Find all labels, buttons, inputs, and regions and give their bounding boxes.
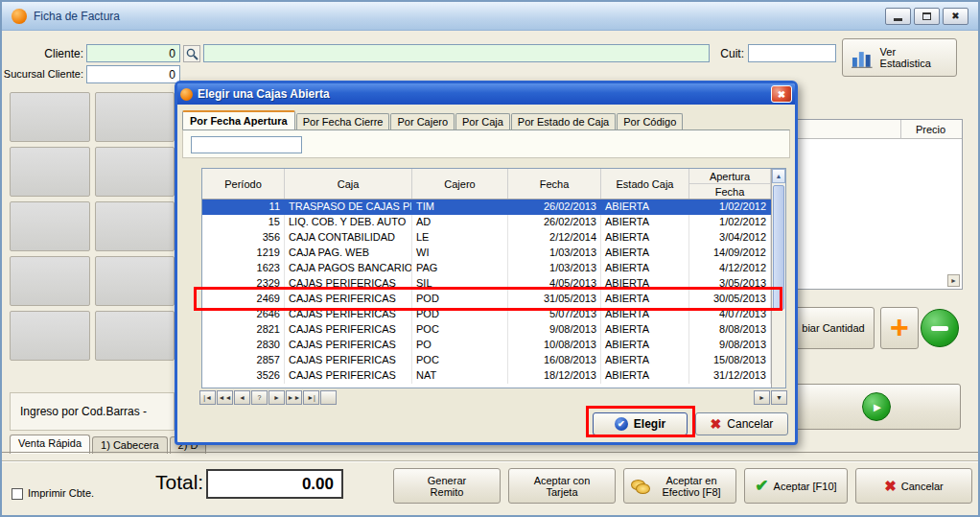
table-cell: 8/08/2013	[689, 322, 771, 338]
table-row[interactable]: 2821CAJAS PERIFERICASPOC9/08/2013ABIERTA…	[202, 322, 771, 338]
quick-item-button[interactable]	[95, 92, 175, 142]
scroll-down-button[interactable]	[771, 390, 787, 405]
footer-button-aceptar-en-efectivo-f8[interactable]: Aceptar en Efectivo [F8]	[623, 468, 736, 504]
dialog-tabs: Por Fecha AperturaPor Fecha CierrePor Ca…	[182, 109, 790, 129]
dialog-tab-por-estado-de-caja[interactable]: Por Estado de Caja	[511, 113, 616, 129]
table-cell: POC	[412, 322, 508, 338]
tab-venta-rápida[interactable]: Venta Rápida	[10, 435, 90, 454]
table-cell: ABIERTA	[601, 368, 689, 384]
quick-item-button[interactable]	[95, 201, 175, 251]
footer-button-aceptar-f10[interactable]: Aceptar [F10]	[744, 468, 848, 504]
quick-item-button[interactable]	[95, 256, 175, 306]
cuit-input[interactable]	[748, 44, 836, 62]
total-label: Total:	[155, 471, 203, 494]
table-cell: 4/05/2013	[508, 276, 601, 292]
quick-item-button[interactable]	[95, 311, 175, 361]
elegir-button[interactable]: Elegir	[593, 412, 688, 435]
scroll-right-button[interactable]	[947, 274, 960, 287]
table-cell: ABIERTA	[601, 307, 689, 322]
navigator-button[interactable]: ◄◄	[217, 390, 233, 405]
table-row[interactable]: 11TRASPASO DE CAJAS PERTIM26/02/2013ABIE…	[202, 200, 771, 215]
quick-item-button[interactable]	[10, 201, 90, 251]
quick-item-button[interactable]	[10, 311, 90, 361]
dialog-cancelar-button[interactable]: Cancelar	[695, 412, 788, 435]
green-arrow-icon	[862, 392, 891, 421]
search-button[interactable]	[183, 45, 200, 62]
table-cell: 31/12/2013	[689, 368, 771, 384]
table-cell: 15	[202, 215, 285, 230]
quick-item-button[interactable]	[10, 147, 90, 197]
table-cell: ABIERTA	[601, 322, 689, 338]
cliente-name-input[interactable]	[203, 44, 710, 62]
maximize-icon	[922, 12, 931, 20]
ver-estadistica-button[interactable]: Ver Estadistica	[842, 38, 957, 77]
go-button[interactable]	[792, 384, 961, 430]
hscroll-right-button[interactable]	[754, 390, 770, 405]
table-cell: CAJAS PERIFERICAS	[285, 353, 412, 368]
footer-button-aceptar-con-tarjeta[interactable]: Aceptar con Tarjeta	[508, 468, 616, 504]
footer-button-label: Generar Remito	[409, 475, 484, 498]
table-cell: PAG	[412, 261, 508, 276]
barcode-label: Ingreso por Cod.Barras -	[20, 405, 147, 418]
table-row[interactable]: 2646CAJAS PERIFERICASPOD5/07/2013ABIERTA…	[202, 307, 771, 322]
table-row[interactable]: 15LIQ. COB. Y DEB. AUTOAD26/02/2013ABIER…	[202, 215, 771, 230]
close-button[interactable]	[943, 8, 968, 25]
table-row[interactable]: 2857CAJAS PERIFERICASPOC16/08/2013ABIERT…	[202, 353, 771, 368]
sucursal-cliente-input[interactable]	[86, 65, 180, 83]
elegir-label: Elegir	[634, 417, 665, 431]
barcode-entry-box[interactable]: Ingreso por Cod.Barras -	[10, 392, 175, 431]
dialog-tab-por-código[interactable]: Por Código	[617, 113, 683, 129]
quick-item-button[interactable]	[10, 92, 90, 142]
navigator-button[interactable]: ►	[268, 390, 285, 405]
footer-separator	[2, 460, 978, 462]
maximize-button[interactable]	[914, 8, 940, 25]
table-row[interactable]: 356CAJA CONTABILIDADLE2/12/2014ABIERTA3/…	[202, 230, 771, 246]
dialog-filter-input[interactable]	[191, 136, 302, 153]
quick-item-button[interactable]	[95, 147, 175, 197]
footer-button-cancelar[interactable]: Cancelar	[855, 468, 972, 504]
table-row[interactable]: 3526CAJAS PERIFERICASNAT18/12/2013ABIERT…	[202, 368, 771, 384]
table-cell: POD	[412, 292, 508, 307]
imprimir-cbte-checkbox[interactable]	[12, 488, 23, 500]
scrollbar-thumb[interactable]	[773, 185, 784, 310]
table-cell: ABIERTA	[601, 292, 689, 307]
dialog-tab-por-cajero[interactable]: Por Cajero	[390, 113, 455, 129]
table-cell: CAJAS PERIFERICAS	[285, 322, 412, 338]
table-cell: 4/12/2012	[689, 261, 771, 276]
navigator-button[interactable]: ?	[251, 390, 268, 405]
grid-header: PeríodoCajaCajeroFechaEstado CajaApertur…	[202, 169, 771, 200]
quick-item-button[interactable]	[10, 256, 90, 306]
dialog-tab-por-fecha-apertura[interactable]: Por Fecha Apertura	[182, 110, 295, 129]
window-controls	[882, 8, 968, 25]
add-item-button[interactable]: +	[880, 307, 919, 349]
dialog-tab-por-fecha-cierre[interactable]: Por Fecha Cierre	[296, 113, 390, 129]
navigator-button[interactable]: ►►	[286, 390, 302, 405]
remove-item-button[interactable]	[921, 309, 959, 347]
apertura-header-line1: Apertura	[689, 169, 770, 184]
vertical-scrollbar[interactable]	[771, 169, 785, 388]
footer-button-generar-remito[interactable]: Generar Remito	[393, 468, 501, 504]
navigator-button[interactable]: ◄	[234, 390, 250, 405]
table-row[interactable]: 2830CAJAS PERIFERICASPO10/08/2013ABIERTA…	[202, 338, 771, 353]
cliente-code-input[interactable]	[86, 44, 180, 62]
table-row[interactable]: 1219CAJA PAG. WEBWI1/03/2013ABIERTA14/09…	[202, 246, 771, 261]
dialog-title: Elegir una Cajas Abierta	[198, 87, 330, 101]
table-row[interactable]: 1623CAJA PAGOS BANCARIOSPAG1/03/2013ABIE…	[202, 261, 771, 276]
table-row[interactable]: 2469CAJAS PERIFERICASPOD31/05/2013ABIERT…	[202, 292, 771, 307]
minimize-button[interactable]	[885, 8, 911, 25]
navigator-button[interactable]	[320, 390, 337, 405]
table-cell: 2821	[202, 322, 285, 338]
table-cell: ABIERTA	[601, 230, 689, 246]
navigator-button[interactable]: ►|	[303, 390, 319, 405]
table-cell: PO	[412, 338, 508, 353]
cambiar-cantidad-button[interactable]: biar Cantidad	[792, 307, 875, 349]
scroll-up-button[interactable]	[772, 169, 785, 183]
table-cell: ABIERTA	[601, 261, 689, 276]
table-row[interactable]: 2329CAJAS PERIFERICASSIL4/05/2013ABIERTA…	[202, 276, 771, 292]
navigator-button[interactable]: |◄	[199, 390, 216, 405]
tabs-baseline	[2, 452, 978, 453]
table-cell: CAJAS PERIFERICAS	[285, 292, 412, 307]
dialog-tab-por-caja[interactable]: Por Caja	[455, 113, 510, 129]
table-cell: 11	[202, 200, 285, 215]
dialog-close-button[interactable]	[771, 85, 792, 103]
